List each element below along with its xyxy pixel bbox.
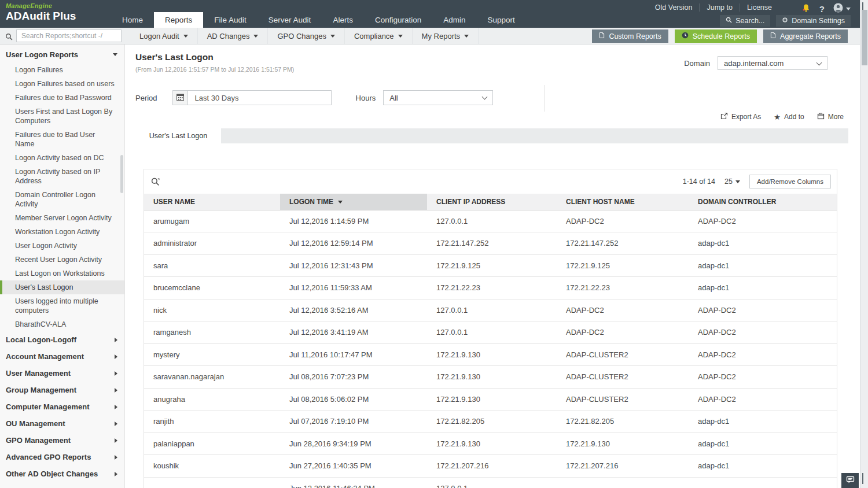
sidebar-report-item[interactable]: Member Server Logon Activity: [0, 211, 124, 225]
cell-logon-time: Jul 12,2016 11:59:33 AM: [280, 277, 427, 300]
report-menu[interactable]: Compliance: [345, 28, 413, 44]
speech-bubble-icon: [846, 475, 855, 486]
cell-logon-time: Jun 12,2016 11:46:24 PM: [280, 477, 427, 488]
sidebar-report-item[interactable]: Domain Controller Logon Activity: [0, 188, 124, 211]
app-logo[interactable]: ManageEngine ADAudit Plus: [6, 2, 76, 23]
tab-users-last-logon[interactable]: User's Last Logon: [135, 128, 221, 143]
nav-tab[interactable]: Admin: [432, 12, 476, 28]
top-link[interactable]: License: [740, 3, 779, 12]
nav-tab[interactable]: Server Audit: [258, 12, 322, 28]
sidebar-report-item[interactable]: Workstation Logon Activity: [0, 225, 124, 239]
add-remove-columns-button[interactable]: Add/Remove Columns: [749, 175, 831, 188]
sidebar-report-item[interactable]: BharathCV-ALA: [0, 317, 124, 331]
table-search-icon[interactable]: [151, 178, 160, 188]
brand-name: ManageEngine: [6, 2, 76, 9]
global-search-button[interactable]: Search...: [720, 15, 770, 27]
sidebar-report-item[interactable]: Logon Activity based on DC: [0, 151, 124, 165]
table-row[interactable]: brucemcclane Jul 12,2016 11:59:33 AM 172…: [144, 277, 837, 300]
cell-domain-controller: ADAP-DC2: [689, 210, 837, 232]
sidebar-report-item[interactable]: Last Logon on Workstations: [0, 267, 124, 280]
top-link[interactable]: Jump to: [700, 3, 740, 12]
table-row[interactable]: mystery Jul 11,2016 10:17:47 PM 172.21.9…: [144, 343, 837, 366]
sidebar-section[interactable]: Group Management: [0, 382, 124, 398]
export-as-button[interactable]: Export As: [720, 112, 761, 121]
domain-select[interactable]: adap.internal.com: [718, 56, 827, 70]
sidebar-report-item[interactable]: Logon Activity based on IP Address: [0, 165, 124, 188]
cell-logon-time: Jul 07,2016 7:19:10 PM: [280, 411, 427, 433]
period-input[interactable]: Last 30 Days: [188, 90, 332, 105]
report-menu[interactable]: Logon Audit: [130, 28, 198, 44]
sidebar-section[interactable]: Advanced GPO Reports: [0, 449, 124, 465]
sidebar-section[interactable]: Local Logon-Logoff: [0, 331, 124, 348]
sidebar-section-user-logon-reports[interactable]: User Logon Reports: [0, 45, 124, 63]
table-row[interactable]: anugraha Jul 08,2016 5:06:02 PM 172.21.9…: [144, 388, 837, 411]
column-header[interactable]: DOMAIN CONTROLLER: [689, 194, 837, 210]
calendar-button[interactable]: [172, 90, 188, 105]
report-search-input[interactable]: [16, 29, 122, 42]
nav-tab[interactable]: File Audit: [203, 12, 258, 28]
report-menu[interactable]: GPO Changes: [268, 28, 345, 44]
chevron-down-icon: [464, 35, 469, 38]
chevron-down-icon: [482, 94, 488, 100]
top-link[interactable]: Old Version: [648, 3, 700, 12]
page-size-select[interactable]: 25: [724, 178, 740, 186]
table-row[interactable]: administrator Jul 12,2016 12:59:14 PM 17…: [144, 232, 837, 255]
domain-settings-button[interactable]: Domain Settings: [776, 15, 851, 27]
nav-tab[interactable]: Support: [476, 12, 525, 28]
nav-tab[interactable]: Configuration: [364, 12, 432, 28]
cell-domain-controller: adap-dc1: [689, 455, 837, 478]
table-row[interactable]: arumugam Jul 12,2016 1:14:59 PM 127.0.0.…: [144, 210, 837, 232]
sidebar-section[interactable]: GPO Management: [0, 432, 124, 449]
sidebar-report-item[interactable]: Logon Failures based on users: [0, 77, 124, 91]
report-menu[interactable]: My Reports: [413, 28, 479, 44]
help-icon[interactable]: ?: [819, 4, 825, 14]
table-row[interactable]: palaniappan Jun 28,2016 9:34:19 PM 172.2…: [144, 432, 837, 455]
custom-reports-button[interactable]: Custom Reports: [592, 29, 668, 43]
table-row[interactable]: saravanan.nagarajan Jul 08,2016 7:07:23 …: [144, 366, 837, 389]
product-name: ADAudit Plus: [6, 10, 76, 23]
user-account-menu[interactable]: [833, 3, 851, 15]
sidebar-section[interactable]: User Management: [0, 365, 124, 382]
column-header[interactable]: CLIENT HOST NAME: [557, 194, 689, 210]
sidebar-section[interactable]: Account Management: [0, 348, 124, 365]
sidebar-section[interactable]: OU Management: [0, 415, 124, 432]
sidebar-scrollbar-thumb[interactable]: [120, 155, 123, 193]
table-row[interactable]: Jun 12,2016 11:46:24 PM 127.0.0.1: [144, 477, 837, 488]
table-row[interactable]: ranjith Jul 07,2016 7:19:10 PM 172.21.82…: [144, 411, 837, 433]
column-header[interactable]: USER NAME: [144, 194, 280, 210]
cell-user-name: koushik: [144, 455, 280, 478]
report-menu[interactable]: AD Changes: [198, 28, 269, 44]
hours-select[interactable]: All: [383, 90, 493, 105]
more-button[interactable]: More: [817, 113, 844, 121]
sidebar-report-item[interactable]: User Logon Activity: [0, 239, 124, 253]
feedback-chat-button[interactable]: [841, 473, 859, 488]
page-scrollbar[interactable]: [860, 0, 868, 488]
notification-bell-icon[interactable]: [801, 3, 811, 15]
nav-tab[interactable]: Home: [111, 12, 154, 28]
sidebar-section[interactable]: Computer Management: [0, 398, 124, 415]
sidebar-report-item[interactable]: Users logged into multiple computers: [0, 294, 124, 317]
table-row[interactable]: nick Jul 12,2016 3:52:16 AM 127.0.0.1 AD…: [144, 299, 837, 321]
sidebar-report-item[interactable]: Recent User Logon Activity: [0, 253, 124, 267]
scroll-down-icon[interactable]: [862, 473, 863, 483]
add-to-button[interactable]: ★ Add to: [774, 113, 804, 121]
column-header[interactable]: LOGON TIME: [280, 194, 427, 210]
table-row[interactable]: ramganesh Jul 12,2016 3:41:19 AM 127.0.0…: [144, 321, 837, 344]
sidebar-report-item[interactable]: User's Last Logon: [0, 280, 124, 294]
scrollbar-thumb[interactable]: [862, 10, 867, 65]
aggregate-reports-button[interactable]: Aggregate Reports: [763, 29, 848, 43]
table-body: arumugam Jul 12,2016 1:14:59 PM 127.0.0.…: [144, 210, 837, 488]
schedule-reports-button[interactable]: Schedule Reports: [675, 29, 757, 43]
sidebar-report-item[interactable]: Logon Failures: [0, 63, 124, 77]
sidebar-report-item[interactable]: Failures due to Bad Password: [0, 91, 124, 105]
nav-tab[interactable]: Reports: [154, 12, 203, 28]
sidebar-section[interactable]: Other AD Object Changes: [0, 465, 124, 482]
nav-tab[interactable]: Alerts: [322, 12, 364, 28]
cell-user-name: brucemcclane: [144, 277, 280, 300]
sidebar-report-item[interactable]: Failures due to Bad User Name: [0, 128, 124, 151]
sidebar-report-item[interactable]: Users First and Last Logon By Computers: [0, 105, 124, 128]
column-header[interactable]: CLIENT IP ADDRESS: [427, 194, 557, 210]
sidebar-section[interactable]: Configuration Auditing: [0, 482, 124, 488]
table-row[interactable]: sara Jul 12,2016 12:31:43 PM 172.21.9.12…: [144, 254, 837, 277]
table-row[interactable]: koushik Jun 27,2016 1:40:35 PM 172.21.20…: [144, 455, 837, 478]
